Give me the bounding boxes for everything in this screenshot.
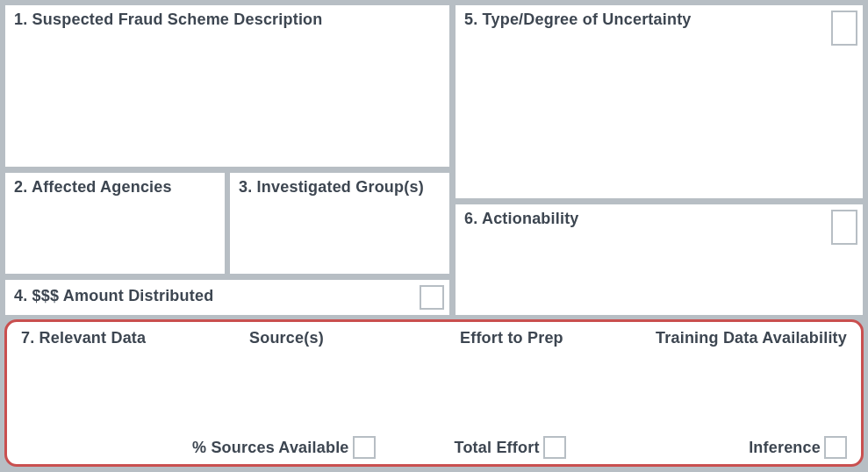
section-2-affected-agencies[interactable]: 2. Affected Agencies [4,172,226,275]
section-4-title: 4. $$$ Amount Distributed [14,287,441,305]
total-effort-box[interactable] [543,436,566,459]
section-2-title: 2. Affected Agencies [14,178,216,197]
section-4-amount-distributed[interactable]: 4. $$$ Amount Distributed [4,279,450,316]
section-4-value-box[interactable] [420,285,444,310]
inference-label: Inference [749,439,821,457]
section-3-title: 3. Investigated Group(s) [239,178,441,197]
section-7-col-training: Training Data Availability [644,329,847,347]
total-effort-label: Total Effort [455,439,540,457]
section-3-investigated-groups[interactable]: 3. Investigated Group(s) [229,172,450,275]
section-5-title: 5. Type/Degree of Uncertainty [464,11,854,29]
section-7-title: 7. Relevant Data [21,329,249,347]
pct-sources-label: % Sources Available [192,439,349,457]
section-7-relevant-data[interactable]: 7. Relevant Data Source(s) Effort to Pre… [4,319,864,467]
inference-box[interactable] [824,436,847,459]
section-7-col-effort: Effort to Prep [460,329,644,347]
section-6-actionability[interactable]: 6. Actionability [455,204,864,316]
section-7-col-sources: Source(s) [249,329,460,347]
section-6-title: 6. Actionability [464,210,854,228]
section-5-value-box[interactable] [831,11,857,46]
section-1-fraud-description[interactable]: 1. Suspected Fraud Scheme Description [4,4,450,168]
section-5-uncertainty[interactable]: 5. Type/Degree of Uncertainty [455,4,864,199]
section-7-bottom-row: % Sources Available Total Effort Inferen… [7,436,861,459]
form-canvas: 1. Suspected Fraud Scheme Description 2.… [0,0,868,472]
section-6-value-box[interactable] [831,210,857,245]
pct-sources-box[interactable] [353,436,376,459]
section-1-title: 1. Suspected Fraud Scheme Description [14,11,441,29]
